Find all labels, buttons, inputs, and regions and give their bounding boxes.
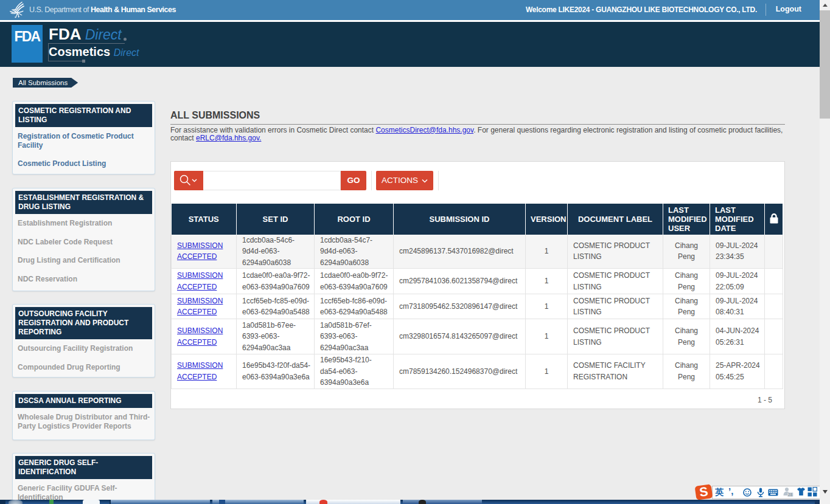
svg-text:28: 28	[788, 492, 793, 497]
